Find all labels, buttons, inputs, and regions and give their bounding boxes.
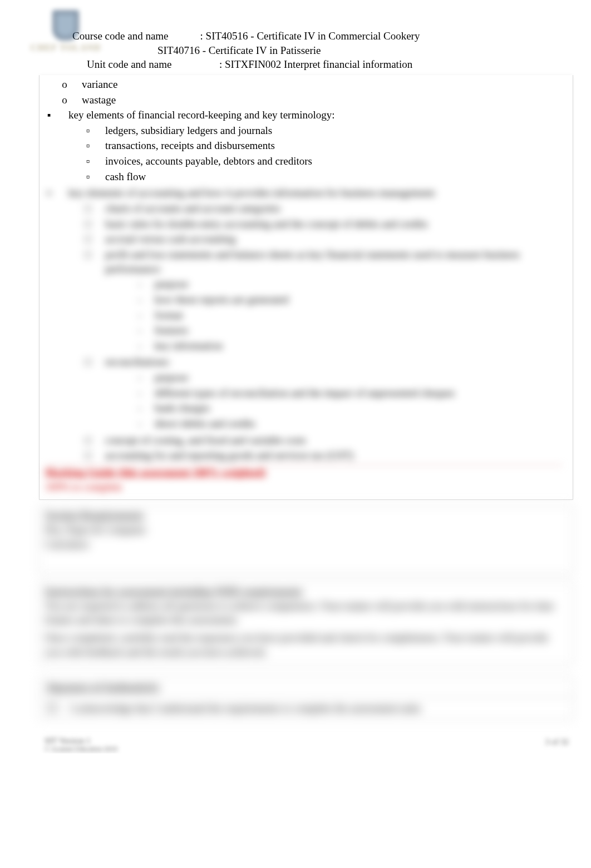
marking-heading: Marking Guide (this assessment 100% weig… bbox=[45, 465, 563, 480]
list-item: -different types of reconciliation and t… bbox=[136, 386, 563, 400]
session-line: Pen, Paper & Computer bbox=[45, 523, 565, 537]
list-text: accrual versus cash accounting bbox=[105, 232, 563, 246]
footer-copyright: © Acumen Education 2019 bbox=[45, 746, 117, 753]
list-text: ledgers, subsidiary ledgers and journals bbox=[105, 123, 563, 138]
signature-box: Signature of Authenticity ☐ I acknowledg… bbox=[39, 677, 573, 719]
unit-line: Unit code and name : SITXFIN002 Interpre… bbox=[0, 57, 591, 72]
list-text: features bbox=[155, 323, 563, 338]
list-item: ▫︎cash flow bbox=[84, 170, 563, 184]
signature-row: ☐ I acknowledge that I understand the re… bbox=[40, 697, 573, 719]
list-text: purpose bbox=[155, 277, 563, 291]
footer-page-number: 3 of 32 bbox=[545, 736, 569, 753]
box-marker: ▫︎ bbox=[84, 154, 92, 168]
dash-marker: - bbox=[136, 386, 144, 400]
box-marker: ▫︎ bbox=[84, 123, 92, 138]
list-text: basic rules for double-entry accounting … bbox=[105, 217, 563, 231]
session-line: Calculator bbox=[45, 537, 565, 552]
marking-sub: 100% to complete bbox=[45, 480, 563, 494]
dash-marker: - bbox=[136, 401, 144, 415]
list-item: -purpose bbox=[136, 277, 563, 291]
list-text: variance bbox=[82, 77, 563, 92]
list-text: accounting for and reporting goods and s… bbox=[105, 448, 563, 463]
content-box: ovariance owastage ▪︎ key elements of fi… bbox=[39, 75, 573, 500]
dash-marker: - bbox=[136, 308, 144, 323]
list-text: key information bbox=[155, 339, 563, 353]
list-text: key elements of accounting and how it pr… bbox=[68, 187, 436, 199]
checkbox-icon: ☐ bbox=[47, 700, 58, 717]
list-item: □charts of accounts and account categori… bbox=[84, 201, 563, 216]
unit-value: SITXFIN002 Interpret financial informati… bbox=[225, 58, 412, 70]
unit-sep: : bbox=[219, 58, 222, 70]
instructions-heading: Instructions for assessment including WH… bbox=[45, 584, 565, 599]
list-item: ▫︎transactions, receipts and disbursemen… bbox=[84, 138, 563, 153]
brand-logo: CHEF TOLAND bbox=[21, 10, 110, 52]
instructions-box: Instructions for assessment including WH… bbox=[39, 582, 573, 665]
course-sep: : bbox=[200, 30, 203, 42]
page-footer: SIT Version 1 © Acumen Education 2019 3 … bbox=[45, 736, 569, 753]
list-item: ▫︎ledgers, subsidiary ledgers and journa… bbox=[84, 123, 563, 138]
box-marker: ▫︎ bbox=[84, 138, 92, 153]
list-text: key elements of financial record-keeping… bbox=[68, 109, 335, 121]
list-item: -features bbox=[136, 323, 563, 338]
list-item: owastage bbox=[61, 93, 563, 107]
o-marker: o bbox=[61, 77, 68, 92]
list-text: charts of accounts and account categorie… bbox=[105, 201, 563, 216]
list-item: -format bbox=[136, 308, 563, 323]
list-item: ovariance bbox=[61, 77, 563, 92]
list-item: -how these reports are generated bbox=[136, 292, 563, 307]
dash-marker: - bbox=[136, 339, 144, 353]
signature-heading-row: Signature of Authenticity bbox=[40, 678, 573, 697]
instructions-line: You are required to address all question… bbox=[45, 599, 565, 627]
dash-marker: - bbox=[136, 277, 144, 291]
list-item: -direct debits and credits bbox=[136, 416, 563, 431]
list-item: □concept of costing, and fixed and varia… bbox=[84, 433, 563, 448]
list-text: bank charges bbox=[155, 401, 563, 415]
list-text: transactions, receipts and disbursements bbox=[105, 138, 563, 153]
list-text: format bbox=[155, 308, 563, 323]
sub-list-square: □charts of accounts and account categori… bbox=[68, 201, 563, 463]
list-item: ▫︎invoices, accounts payable, debtors an… bbox=[84, 154, 563, 168]
list-text: different types of reconciliation and th… bbox=[155, 386, 563, 400]
list-item-blurred: ▪︎ key elements of accounting and how it… bbox=[45, 186, 563, 464]
box-marker: □ bbox=[84, 448, 92, 463]
box-marker: □ bbox=[84, 355, 92, 431]
sub-list-square: ▫︎ledgers, subsidiary ledgers and journa… bbox=[68, 123, 563, 184]
shield-icon bbox=[52, 10, 79, 41]
list-item: □accrual versus cash accounting bbox=[84, 232, 563, 246]
list-text: profit and loss statements and balance s… bbox=[105, 249, 520, 275]
sub-sub-list: -purpose -different types of reconciliat… bbox=[105, 370, 563, 431]
list-item: -purpose bbox=[136, 370, 563, 385]
list-item: □accounting for and reporting goods and … bbox=[84, 448, 563, 463]
box-marker: □ bbox=[84, 217, 92, 231]
box-marker: □ bbox=[84, 433, 92, 448]
square-marker: ▪︎ bbox=[45, 186, 53, 464]
dash-marker: - bbox=[136, 370, 144, 385]
top-list: ▪︎ key elements of financial record-keep… bbox=[45, 108, 563, 464]
marking-heading-text: Marking Guide (this assessment 100% weig… bbox=[45, 467, 265, 478]
box-marker: □ bbox=[84, 247, 92, 354]
session-requirements-box: Session Requirements Pen, Paper & Comput… bbox=[39, 505, 573, 574]
course-value-2: SIT40716 - Certificate IV in Patisserie bbox=[157, 44, 321, 56]
box-marker: □ bbox=[84, 201, 92, 216]
session-heading: Session Requirements bbox=[45, 508, 565, 523]
course-value-1: SIT40516 - Certificate IV in Commercial … bbox=[206, 30, 420, 42]
list-text: direct debits and credits bbox=[155, 416, 563, 431]
list-item: -bank charges bbox=[136, 401, 563, 415]
unit-label: Unit code and name bbox=[87, 58, 171, 70]
box-marker: □ bbox=[84, 232, 92, 246]
list-text: invoices, accounts payable, debtors and … bbox=[105, 154, 563, 168]
instructions-line: Once completed, carefully read the respo… bbox=[45, 631, 565, 659]
list-item: □basic rules for double-entry accounting… bbox=[84, 217, 563, 231]
list-item: -key information bbox=[136, 339, 563, 353]
checkbox-cell: ☐ bbox=[40, 700, 65, 717]
list-item: □ profit and loss statements and balance… bbox=[84, 247, 563, 354]
brand-text: CHEF TOLAND bbox=[21, 42, 110, 54]
o-marker: o bbox=[61, 93, 68, 107]
list-text: purpose bbox=[155, 370, 563, 385]
list-text: concept of costing, and fixed and variab… bbox=[105, 433, 563, 448]
box-marker: ▫︎ bbox=[84, 170, 92, 184]
sub-sub-list: -purpose -how these reports are generate… bbox=[105, 277, 563, 353]
signature-text: I acknowledge that I understand the requ… bbox=[65, 700, 573, 717]
list-text: reconciliations: bbox=[105, 356, 170, 368]
list-item: □ reconciliations: -purpose -different t… bbox=[84, 355, 563, 431]
